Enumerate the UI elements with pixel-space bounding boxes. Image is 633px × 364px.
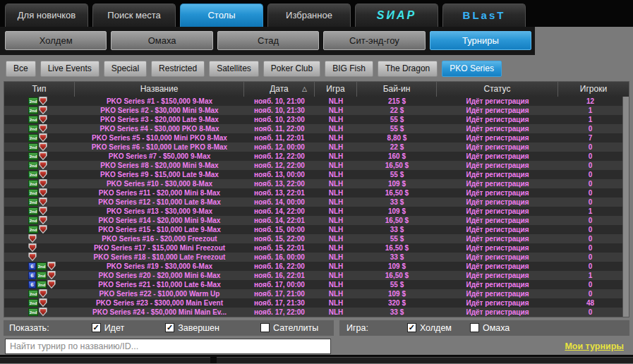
bottom-panel-right: [217, 357, 633, 363]
tab-blast[interactable]: BLasT: [442, 4, 526, 27]
filter-restricted[interactable]: Restricted: [151, 61, 205, 77]
game-tab-sit-and-go[interactable]: Сит-энд-гоу: [323, 31, 425, 50]
column-header-name[interactable]: Название: [75, 82, 244, 97]
game-tab-tournaments[interactable]: Турниры: [430, 31, 531, 50]
tournament-row[interactable]: 2ndPKO Series #11 - $20,000 Mini 8-Maxно…: [4, 188, 622, 198]
tournament-row[interactable]: 62ndPKO Series #20 - $20,000 Mini 6-Maxн…: [4, 271, 622, 280]
tournament-row[interactable]: 2ndPKO Series #9 - $15,000 Late 9-Maxноя…: [4, 170, 622, 179]
tab-tables[interactable]: Столы: [180, 4, 263, 27]
date-cell: нояб. 10, 21:00: [244, 97, 315, 106]
filter-special[interactable]: Special: [104, 61, 147, 77]
tournament-row[interactable]: 2ndPKO Series #14 - $20,000 Mini 9-Maxно…: [4, 216, 622, 225]
game-filter-checkboxes: ✓ХолдемОмаха: [407, 323, 528, 333]
tournament-row[interactable]: 2ndPKO Series #10 - $30,000 8-Maxнояб. 1…: [4, 179, 622, 188]
tournament-row[interactable]: 2ndPKO Series #4 - $30,000 PKO 8-Maxнояб…: [4, 124, 622, 133]
tournament-row[interactable]: 2ndPKO Series #5 - $10,000 Mini PKO 8-Ma…: [4, 133, 622, 142]
players-cell: 0: [558, 124, 622, 133]
status-cell: Идёт регистрация: [437, 298, 558, 308]
name-cell: PKO Series #3 - $20,000 Late 9-Max: [75, 115, 244, 124]
column-header-type[interactable]: Тип: [4, 82, 75, 97]
tab-snap[interactable]: SИAP: [355, 4, 438, 27]
filter-the-dragon[interactable]: The Dragon: [378, 61, 438, 77]
tournament-row[interactable]: 2ndPKO Series #8 - $20,000 Mini 9-Maxноя…: [4, 161, 622, 170]
checkbox-box-finished[interactable]: ✓: [165, 323, 174, 332]
checkbox-box-satellites[interactable]: [260, 323, 270, 332]
name-cell: PKO Series #14 - $20,000 Mini 9-Max: [75, 216, 244, 225]
column-header-date[interactable]: Дата△: [244, 82, 315, 97]
checkbox-box-running[interactable]: ✓: [92, 323, 101, 332]
column-header-game[interactable]: Игра: [315, 82, 357, 97]
date-cell: нояб. 13, 22:00: [244, 179, 315, 188]
game-cell: NLH: [315, 170, 357, 179]
tournament-row[interactable]: 2ndPKO Series #2 - $30,000 Mini 9-Maxноя…: [4, 106, 622, 115]
series-filter-row: ВсеLive EventsSpecialRestrictedSatellite…: [0, 55, 633, 81]
game-tab-holdem[interactable]: Холдем: [5, 31, 107, 50]
bounty-icon: [39, 106, 47, 114]
filter-pko-series[interactable]: PKO Series: [442, 61, 502, 77]
tournament-row[interactable]: 62ndPKO Series #19 - $30,000 6-Maxнояб. …: [4, 262, 622, 271]
game-cell: NLH: [315, 97, 357, 106]
tournament-row[interactable]: PKO Series #18 - $10,000 Late Freezoutно…: [4, 253, 622, 262]
checkbox-satellites[interactable]: Сателлиты: [260, 323, 318, 333]
tournament-row[interactable]: 62ndPKO Series #21 - $10,000 Late 6-Maxн…: [4, 280, 622, 289]
date-cell: нояб. 12, 22:00: [244, 152, 315, 161]
table-scrollbar[interactable]: [622, 97, 629, 317]
game-filter-bar: Игра: ✓ХолдемОмаха: [339, 320, 629, 336]
tournament-row[interactable]: 2ndPKO Series #3 - $20,000 Late 9-Maxноя…: [4, 115, 622, 124]
buyin-cell: 16,50 $: [357, 271, 437, 280]
checkbox-holdem[interactable]: ✓Холдем: [407, 323, 452, 333]
search-row: Мои турниры: [5, 338, 629, 355]
tournament-row[interactable]: 2ndPKO Series #1 - $150,000 9-Maxнояб. 1…: [4, 97, 622, 106]
tournament-row[interactable]: 2ndPKO Series #23 - $300,000 Main Eventн…: [4, 298, 622, 308]
search-input[interactable]: [5, 339, 331, 354]
tournament-row[interactable]: 2ndPKO Series #7 - $50,000 9-Maxнояб. 12…: [4, 152, 622, 161]
status-cell: Идёт регистрация: [437, 207, 558, 216]
tournament-row[interactable]: 2ndPKO Series #24 - $50,000 Mini Main Ev…: [4, 308, 622, 317]
filter-big-fish[interactable]: BIG Fish: [325, 61, 373, 77]
tournament-row[interactable]: 2ndPKO Series #6 - $10,000 Late PKO 8-Ma…: [4, 142, 622, 152]
bounty-icon: [47, 262, 56, 270]
players-cell: 0: [558, 152, 622, 161]
checkbox-box-omaha[interactable]: [470, 323, 479, 332]
tournament-row[interactable]: 2ndPKO Series #15 - $10,000 Late 9-Maxно…: [4, 225, 622, 234]
tournament-row[interactable]: 2ndPKO Series #12 - $10,000 Late 8-Maxно…: [4, 198, 622, 207]
players-cell: 0: [558, 225, 622, 234]
name-cell: PKO Series #22 - $100,000 Warm Up: [75, 289, 244, 298]
tab-seat-finder[interactable]: Поиск места: [92, 4, 176, 27]
filter-poker-club[interactable]: Poker Club: [263, 61, 320, 77]
checkbox-omaha[interactable]: Омаха: [470, 323, 510, 333]
filter-satellites[interactable]: Satellites: [209, 61, 259, 77]
players-cell: 0: [558, 262, 622, 271]
date-cell: нояб. 13, 00:00: [244, 170, 315, 179]
sort-ascending-icon: △: [302, 82, 307, 97]
tab-for-beginners[interactable]: Для новичков: [5, 4, 88, 27]
game-tab-stud[interactable]: Стад: [217, 31, 319, 50]
players-cell: 0: [558, 234, 622, 243]
checkbox-box-holdem[interactable]: ✓: [407, 323, 416, 332]
checkbox-running[interactable]: ✓Идет: [92, 323, 125, 333]
buyin-cell: 320 $: [357, 298, 437, 308]
game-tab-omaha[interactable]: Омаха: [111, 31, 212, 50]
status-cell: Идёт регистрация: [437, 271, 558, 280]
column-header-players[interactable]: Игроки: [558, 82, 629, 97]
second-chance-icon: 2nd: [28, 125, 38, 133]
name-cell: PKO Series #1 - $150,000 9-Max: [75, 97, 244, 106]
tournament-row[interactable]: 2ndPKO Series #22 - $100,000 Warm Upнояб…: [4, 289, 622, 298]
tournament-row[interactable]: 2ndPKO Series #13 - $30,000 9-Maxнояб. 1…: [4, 207, 622, 216]
tournament-row[interactable]: PKO Series #16 - $20,000 Freezoutнояб. 1…: [4, 234, 622, 243]
status-cell: Идёт регистрация: [437, 124, 558, 133]
tournament-row[interactable]: PKO Series #17 - $15,000 Mini Freezoutно…: [4, 243, 622, 253]
column-header-buyin[interactable]: Бай-ин: [357, 82, 437, 97]
checkbox-finished[interactable]: ✓Завершен: [165, 323, 219, 333]
filter-live-events[interactable]: Live Events: [40, 61, 100, 77]
column-header-status[interactable]: Статус: [437, 82, 558, 97]
tab-favorites[interactable]: Избранное: [267, 4, 351, 27]
name-cell: PKO Series #7 - $50,000 9-Max: [75, 152, 244, 161]
players-cell: 12: [558, 97, 622, 106]
filter-all[interactable]: Все: [6, 61, 36, 77]
footer-filter-bars: Показать: ✓Идет✓ЗавершенСателлиты Игра: …: [4, 320, 629, 336]
type-cell: [4, 234, 75, 243]
bounty-icon: [39, 133, 47, 142]
my-tournaments-link[interactable]: Мои турниры: [565, 341, 624, 351]
date-cell: нояб. 16, 22:01: [244, 271, 315, 280]
